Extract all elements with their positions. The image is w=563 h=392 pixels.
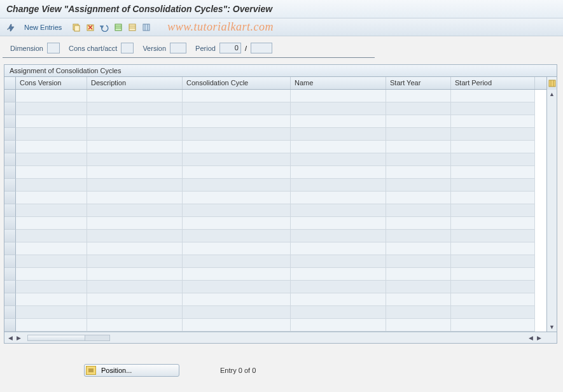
table-row[interactable] [4,204,546,217]
deselect-all-icon[interactable] [127,22,138,33]
cell-start-year[interactable] [386,102,451,115]
cell-start-year[interactable] [386,141,451,153]
scroll-right-icon[interactable]: ▶ [536,335,543,341]
row-selector[interactable] [4,90,16,102]
cell-start-year[interactable] [386,242,451,255]
cell-start-period[interactable] [451,141,535,153]
cell-start-period[interactable] [451,255,535,268]
cell-start-year[interactable] [386,281,451,293]
cell-consolidation-cycle[interactable] [183,166,291,179]
period-input[interactable]: 0 [219,43,241,53]
cell-start-year[interactable] [386,319,451,332]
row-selector[interactable] [4,268,16,281]
cell-start-period[interactable] [451,128,535,141]
cell-cons-version[interactable] [16,204,87,217]
table-row[interactable] [4,128,546,141]
cell-description[interactable] [87,293,183,306]
cell-start-period[interactable] [451,153,535,166]
cell-description[interactable] [87,115,183,128]
cell-description[interactable] [87,102,183,115]
period-year-input[interactable] [251,43,272,53]
cell-cons-version[interactable] [16,268,87,281]
cell-start-year[interactable] [386,166,451,179]
cell-consolidation-cycle[interactable] [183,192,291,204]
cell-description[interactable] [87,230,183,242]
table-row[interactable] [4,293,546,306]
row-selector[interactable] [4,319,16,332]
cell-cons-version[interactable] [16,281,87,293]
cell-name[interactable] [291,141,386,153]
table-row[interactable] [4,102,546,115]
scroll-left-icon[interactable]: ◀ [7,335,14,341]
cell-description[interactable] [87,90,183,102]
cell-start-year[interactable] [386,153,451,166]
cell-cons-version[interactable] [16,293,87,306]
scroll-down-icon[interactable]: ▼ [549,324,555,330]
new-entries-button[interactable]: New Entries [20,22,66,32]
cell-name[interactable] [291,255,386,268]
row-selector[interactable] [4,141,16,153]
cell-name[interactable] [291,128,386,141]
table-row[interactable] [4,281,546,293]
version-input[interactable] [170,43,186,53]
cell-cons-version[interactable] [16,115,87,128]
table-row[interactable] [4,90,546,102]
cell-description[interactable] [87,204,183,217]
position-button[interactable]: Position... [84,364,179,377]
delete-icon[interactable] [85,22,96,33]
cell-name[interactable] [291,293,386,306]
cell-name[interactable] [291,179,386,192]
cell-name[interactable] [291,268,386,281]
cell-name[interactable] [291,306,386,319]
cell-start-year[interactable] [386,230,451,242]
cell-cons-version[interactable] [16,128,87,141]
table-row[interactable] [4,230,546,242]
cell-cons-version[interactable] [16,319,87,332]
cell-start-period[interactable] [451,192,535,204]
hscroll-thumb[interactable] [28,335,85,340]
col-start-period[interactable]: Start Period [451,77,535,89]
col-consolidation-cycle[interactable]: Consolidation Cycle [183,77,291,89]
cell-consolidation-cycle[interactable] [183,319,291,332]
cell-consolidation-cycle[interactable] [183,306,291,319]
cell-consolidation-cycle[interactable] [183,179,291,192]
table-row[interactable] [4,166,546,179]
cell-description[interactable] [87,268,183,281]
table-row[interactable] [4,255,546,268]
cell-name[interactable] [291,217,386,230]
row-selector[interactable] [4,217,16,230]
cell-start-year[interactable] [386,217,451,230]
cell-consolidation-cycle[interactable] [183,255,291,268]
cell-start-period[interactable] [451,281,535,293]
cell-start-period[interactable] [451,217,535,230]
table-row[interactable] [4,141,546,153]
cell-cons-version[interactable] [16,166,87,179]
row-selector-header[interactable] [4,77,16,89]
cell-description[interactable] [87,255,183,268]
cell-start-year[interactable] [386,192,451,204]
cell-description[interactable] [87,128,183,141]
cell-consolidation-cycle[interactable] [183,268,291,281]
row-selector[interactable] [4,128,16,141]
undo-icon[interactable] [99,22,110,33]
table-row[interactable] [4,242,546,255]
cell-consolidation-cycle[interactable] [183,90,291,102]
cell-cons-version[interactable] [16,179,87,192]
cell-name[interactable] [291,115,386,128]
cell-name[interactable] [291,242,386,255]
cell-name[interactable] [291,192,386,204]
cell-name[interactable] [291,166,386,179]
vertical-scrollbar[interactable]: ▲ ▼ [546,90,557,332]
cell-consolidation-cycle[interactable] [183,230,291,242]
table-row[interactable] [4,306,546,319]
cell-cons-version[interactable] [16,217,87,230]
cell-description[interactable] [87,192,183,204]
cell-name[interactable] [291,153,386,166]
cell-start-year[interactable] [386,306,451,319]
cell-cons-version[interactable] [16,153,87,166]
row-selector[interactable] [4,115,16,128]
table-row[interactable] [4,115,546,128]
cell-start-period[interactable] [451,306,535,319]
cell-description[interactable] [87,166,183,179]
cell-name[interactable] [291,319,386,332]
